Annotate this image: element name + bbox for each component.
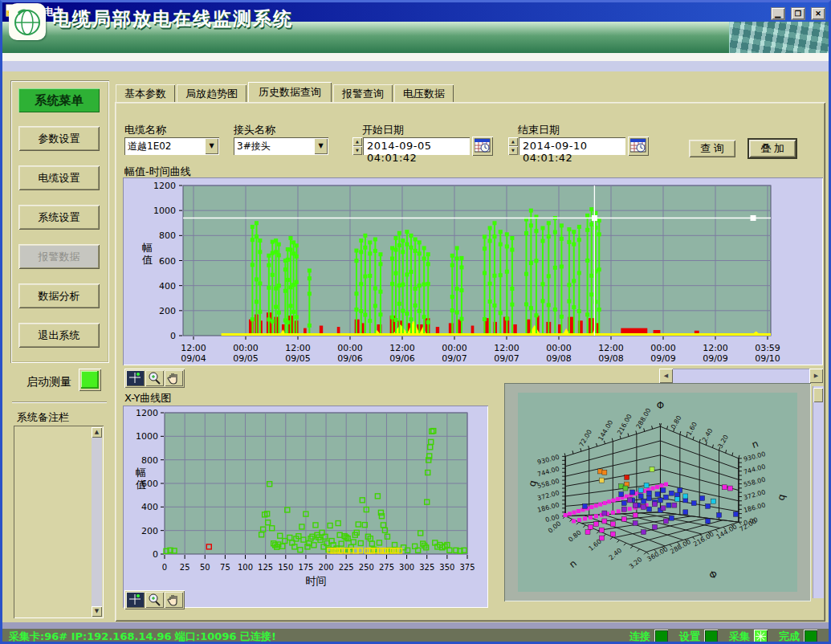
svg-text:0: 0 xyxy=(162,563,167,572)
svg-text:200: 200 xyxy=(319,563,334,572)
chevron-down-icon[interactable]: ▼ xyxy=(205,138,218,154)
indicator-connect: 连接 xyxy=(629,630,668,644)
prpd-3d-chart[interactable]: 930.00744.00558.00372.00186.000.00930.00… xyxy=(504,383,811,601)
svg-text:400: 400 xyxy=(159,281,176,291)
crosshair-tool-icon[interactable] xyxy=(126,370,145,386)
sidebar-button-system-settings[interactable]: 系统设置 xyxy=(18,205,100,230)
amplitude-time-chart[interactable]: 02004006008001000120012:0009/0400:0009/0… xyxy=(123,177,823,365)
led-icon xyxy=(754,630,768,643)
sidebar-button-param-settings[interactable]: 参数设置 xyxy=(18,126,100,151)
scroll-down-icon[interactable]: ▼ xyxy=(92,606,102,617)
start-date-field[interactable]: 2014-09-05 04:01:42 xyxy=(363,137,470,155)
notes-scrollbar[interactable]: ▲ ▼ xyxy=(92,427,102,617)
svg-text:400: 400 xyxy=(141,502,158,512)
svg-text:12:00: 12:00 xyxy=(703,343,728,353)
panel-vscrollbar[interactable] xyxy=(813,386,824,598)
pan-tool-icon[interactable] xyxy=(165,370,183,386)
svg-text:0.80: 0.80 xyxy=(670,414,683,430)
crosshair-tool-icon[interactable] xyxy=(126,592,145,608)
svg-text:09/05: 09/05 xyxy=(233,353,259,364)
svg-text:09/09: 09/09 xyxy=(703,353,728,364)
start-calendar-button[interactable] xyxy=(472,137,493,156)
svg-text:幅值: 幅值 xyxy=(136,467,146,491)
svg-text:00:00: 00:00 xyxy=(337,343,363,353)
minimize-button[interactable]: ▁ xyxy=(771,7,785,20)
svg-text:09/09: 09/09 xyxy=(650,353,676,364)
svg-text:09/10: 09/10 xyxy=(755,353,780,364)
svg-text:1200: 1200 xyxy=(153,181,176,191)
sidebar-button-cable-settings[interactable]: 电缆设置 xyxy=(18,165,100,190)
query-button[interactable]: 查 询 xyxy=(689,140,735,157)
close-button[interactable]: ✕ xyxy=(811,7,825,20)
svg-text:600: 600 xyxy=(159,256,176,267)
start-measure-button[interactable] xyxy=(79,369,101,391)
xy-chart-title: X-Y曲线图 xyxy=(124,391,171,406)
time-chart-palette xyxy=(124,369,185,388)
svg-text:800: 800 xyxy=(141,455,158,466)
svg-text:09/05: 09/05 xyxy=(285,353,311,364)
scroll-right-icon[interactable]: ▶ xyxy=(809,369,823,383)
svg-text:09/06: 09/06 xyxy=(389,353,415,364)
svg-text:558.00: 558.00 xyxy=(536,477,560,490)
pan-tool-icon[interactable] xyxy=(165,592,183,608)
tab-pd-trend[interactable]: 局放趋势图 xyxy=(177,84,246,103)
tab-alarm-query[interactable]: 报警查询 xyxy=(333,84,393,103)
system-notes-textarea[interactable]: ▲ ▼ xyxy=(14,426,104,618)
indicator-label: 连接 xyxy=(629,630,650,644)
start-measure-label: 启动测量 xyxy=(26,375,71,389)
svg-text:372.00: 372.00 xyxy=(536,489,560,502)
svg-text:372.00: 372.00 xyxy=(743,488,766,501)
svg-text:100: 100 xyxy=(238,563,253,572)
cable-name-select[interactable]: 道越1E02 ▼ xyxy=(124,137,219,155)
end-date-label: 结束日期 xyxy=(518,123,560,137)
tab-voltage-data[interactable]: 电压数据 xyxy=(394,84,454,103)
tab-bar: 基本参数局放趋势图历史数据查询报警查询电压数据 xyxy=(116,82,455,103)
joint-name-select[interactable]: 3#接头 ▼ xyxy=(234,137,328,155)
svg-text:1000: 1000 xyxy=(136,431,158,442)
svg-text:12:00: 12:00 xyxy=(181,343,206,353)
svg-text:n: n xyxy=(567,558,579,571)
sidebar-button-data-analysis[interactable]: 数据分析 xyxy=(18,283,100,308)
svg-text:125: 125 xyxy=(258,563,273,572)
svg-text:09/06: 09/06 xyxy=(337,353,363,364)
chevron-down-icon[interactable]: ▼ xyxy=(314,138,328,154)
overlay-button[interactable]: 叠 加 xyxy=(747,138,797,159)
scroll-left-icon[interactable]: ◀ xyxy=(659,369,673,383)
svg-text:09/07: 09/07 xyxy=(494,353,519,364)
svg-text:q: q xyxy=(526,479,538,488)
svg-text:12:00: 12:00 xyxy=(285,343,311,353)
xy-curve-chart[interactable]: 0200400600800100012000255075100125150175… xyxy=(123,406,488,608)
svg-text:175: 175 xyxy=(298,563,313,572)
svg-text:Φ: Φ xyxy=(707,568,719,581)
svg-text:288.00: 288.00 xyxy=(635,407,653,430)
svg-text:930.00: 930.00 xyxy=(536,454,560,467)
svg-text:186.00: 186.00 xyxy=(743,501,766,514)
svg-text:12:00: 12:00 xyxy=(494,343,519,353)
indicator-done: 完成 xyxy=(779,630,817,644)
svg-text:1200: 1200 xyxy=(136,408,158,418)
end-date-field[interactable]: 2014-09-10 04:01:42 xyxy=(519,137,625,155)
svg-text:300: 300 xyxy=(399,563,414,572)
sidebar-button-exit-system[interactable]: 退出系统 xyxy=(18,323,100,348)
end-calendar-button[interactable] xyxy=(628,137,649,156)
cable-name-label: 电缆名称 xyxy=(124,123,166,137)
zoom-tool-icon[interactable] xyxy=(145,592,164,608)
maximize-button[interactable]: ❒ xyxy=(791,7,805,20)
svg-text:幅值: 幅值 xyxy=(142,242,153,266)
zoom-tool-icon[interactable] xyxy=(145,370,164,386)
start-date-stepper[interactable]: ▲▼ xyxy=(352,137,362,155)
svg-text:325: 325 xyxy=(419,563,434,572)
indicator-label: 采集 xyxy=(729,630,750,644)
history-query-panel: 电缆名称 道越1E02 ▼ 接头名称 3#接头 ▼ 开始日期 ▲▼ 2014-0… xyxy=(115,102,825,622)
end-date-stepper[interactable]: ▲▼ xyxy=(508,137,518,155)
svg-text:12:00: 12:00 xyxy=(389,343,415,353)
tab-history-query[interactable]: 历史数据查询 xyxy=(248,82,332,103)
company-globe-logo xyxy=(9,3,46,40)
tab-basic-params[interactable]: 基本参数 xyxy=(116,84,175,103)
time-chart-hscrollbar[interactable]: ◀ ▶ xyxy=(659,369,823,383)
scroll-up-icon[interactable]: ▲ xyxy=(92,427,102,438)
svg-text:00:00: 00:00 xyxy=(650,343,676,353)
svg-text:250: 250 xyxy=(359,563,374,572)
vscroll-thumb[interactable] xyxy=(813,388,823,402)
svg-text:216.00: 216.00 xyxy=(616,413,633,436)
